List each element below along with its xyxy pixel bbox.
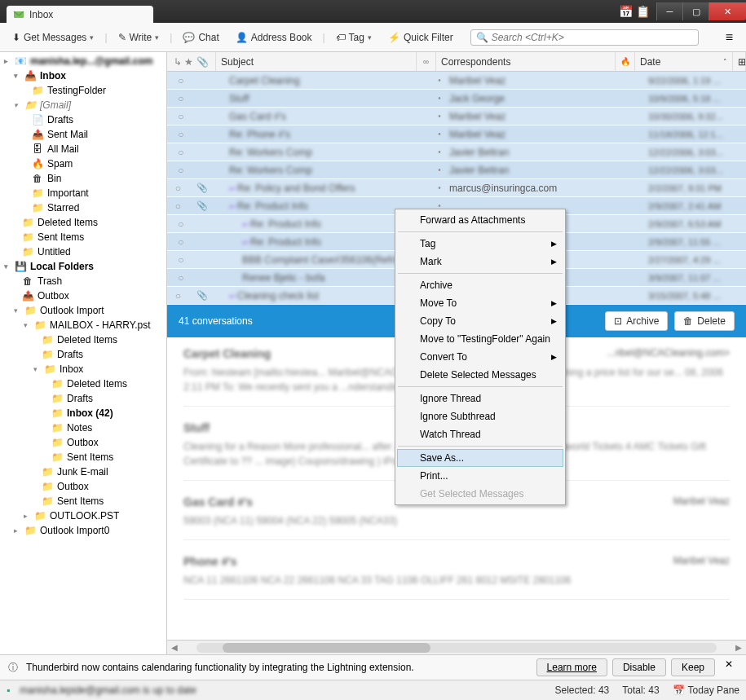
ctx-mark[interactable]: Mark▶ [397, 253, 563, 271]
disable-button[interactable]: Disable [612, 658, 666, 676]
window-tab[interactable]: Inbox [7, 6, 153, 23]
horizontal-scrollbar[interactable]: ◀ ▶ [167, 640, 746, 654]
write-button[interactable]: ✎ Write ▾ [113, 29, 166, 46]
ctx-save-as[interactable]: Save As... [397, 449, 563, 467]
ctx-move-to[interactable]: Move To▶ [397, 294, 563, 312]
drafts-icon: 📄 [31, 114, 44, 125]
filter-icon: ⚡ [388, 32, 400, 43]
folder-sent-items3[interactable]: 📁Sent Items [0, 494, 166, 508]
chat-button[interactable]: 💬 Chat [177, 29, 224, 46]
calendar-icon[interactable]: 📅 [619, 5, 633, 18]
message-row[interactable]: ○Stuff•Jack George10/9/2006, 5:18 ... [167, 90, 746, 108]
close-notification-icon[interactable]: ✕ [720, 658, 738, 676]
maximize-button[interactable]: ▢ [682, 2, 708, 20]
account-node[interactable]: ▸📧manisha.lep...@gmail.com [0, 54, 166, 68]
read-column[interactable]: ∞ [417, 52, 436, 71]
chevron-right-icon: ▶ [551, 317, 557, 325]
folder-gmail[interactable]: ▾📁[Gmail] [0, 98, 166, 112]
search-box[interactable]: 🔍 [470, 29, 699, 46]
close-button[interactable]: ✕ [708, 2, 746, 20]
scroll-right-icon[interactable]: ▶ [731, 643, 746, 652]
local-folders[interactable]: ▾💾Local Folders [0, 259, 166, 274]
column-picker[interactable]: ⊞ [733, 52, 746, 71]
subject-column[interactable]: Subject [216, 52, 417, 71]
chevron-right-icon: ▶ [551, 258, 557, 266]
ctx-ignore-thread[interactable]: Ignore Thread [397, 390, 563, 407]
scroll-thumb[interactable] [223, 643, 430, 653]
folder-outlook-import0[interactable]: ▸📁Outlook Import0 [0, 523, 166, 538]
tag-button[interactable]: 🏷 Tag ▾ [330, 29, 377, 46]
address-book-button[interactable]: 👤 Address Book [230, 29, 318, 46]
folder-testing[interactable]: 📁TestingFolder [0, 83, 166, 98]
ctx-print[interactable]: Print... [397, 467, 563, 485]
ctx-archive[interactable]: Archive [397, 276, 563, 294]
thread-column[interactable]: ↳★📎 [167, 52, 216, 71]
folder-inbox2[interactable]: ▾📁Inbox [0, 362, 166, 376]
folder-inbox42[interactable]: 📁Inbox (42) [0, 406, 166, 420]
folder-inbox[interactable]: ▾📥Inbox [0, 68, 166, 83]
delete-button[interactable]: 🗑Delete [674, 311, 735, 331]
folder-deleted-items3[interactable]: 📁Deleted Items [0, 376, 166, 391]
folder-tree: ▸📧manisha.lep...@gmail.com ▾📥Inbox 📁Test… [0, 52, 167, 654]
folder-outlook-import[interactable]: ▾📁Outlook Import [0, 303, 166, 318]
date-column[interactable]: Date˄ [635, 52, 733, 71]
message-row[interactable]: ○📎↩Re: Policy and Bond Offers•marcus@ins… [167, 179, 746, 197]
inbox-icon: 📥 [24, 70, 37, 81]
ctx-move-again[interactable]: Move to "TestingFolder" Again [397, 330, 563, 348]
folder-sent-items2[interactable]: 📁Sent Items [0, 450, 166, 464]
ctx-delete-selected[interactable]: Delete Selected Messages [397, 366, 563, 384]
correspondents-column[interactable]: Correspondents [436, 52, 616, 71]
folder-spam[interactable]: 🔥Spam [0, 156, 166, 171]
minimize-button[interactable]: ─ [656, 2, 682, 20]
search-icon: 🔍 [476, 32, 488, 43]
folder-starred[interactable]: 📁Starred [0, 200, 166, 215]
quick-filter-button[interactable]: ⚡ Quick Filter [382, 29, 459, 46]
folder-important[interactable]: 📁Important [0, 186, 166, 200]
folder-drafts[interactable]: 📄Drafts [0, 112, 166, 127]
app-menu-button[interactable]: ≡ [719, 27, 739, 48]
folder-sent-mail[interactable]: 📤Sent Mail [0, 127, 166, 142]
folder-icon: 📁 [41, 349, 54, 360]
folder-outbox3[interactable]: 📁Outbox [0, 479, 166, 494]
folder-notes[interactable]: 📁Notes [0, 420, 166, 435]
message-row[interactable]: ○Carpet Cleaning•Maribel Veaz9/22/2006, … [167, 72, 746, 90]
get-messages-button[interactable]: ⬇ Get Messages ▾ [7, 29, 99, 46]
scroll-left-icon[interactable]: ◀ [167, 643, 182, 652]
folder-all-mail[interactable]: 🗄All Mail [0, 142, 166, 156]
message-row[interactable]: ○Re: Workers Comp•Javier Beltran12/22/20… [167, 143, 746, 161]
message-row[interactable]: ○Gas Card #'s•Maribel Veaz10/30/2006, 9:… [167, 108, 746, 125]
archive-button[interactable]: ⊡Archive [605, 311, 668, 331]
folder-drafts3[interactable]: 📁Drafts [0, 391, 166, 406]
ctx-ignore-subthread[interactable]: Ignore Subthread [397, 407, 563, 425]
folder-icon: 📁 [41, 481, 54, 492]
preview-item[interactable]: Maribel Veaz Phone #'sNCA 11 2661106 NCA… [183, 555, 730, 600]
folder-junk[interactable]: 📁Junk E-mail [0, 464, 166, 479]
folder-outbox[interactable]: 📤Outbox [0, 288, 166, 303]
folder-drafts2[interactable]: 📁Drafts [0, 347, 166, 362]
folder-deleted-items[interactable]: 📁Deleted Items [0, 332, 166, 347]
folder-trash[interactable]: 🗑Trash [0, 274, 166, 288]
message-row[interactable]: ○Re: Phone #'s•Maribel Veaz11/18/2006, 1… [167, 125, 746, 143]
folder-icon: 📁 [41, 466, 54, 478]
ctx-copy-to[interactable]: Copy To▶ [397, 312, 563, 330]
folder-outlook-pst[interactable]: ▸📁OUTLOOK.PST [0, 508, 166, 523]
folder-mailbox-harry[interactable]: ▾📁MAILBOX - HARRY.pst [0, 318, 166, 332]
ctx-tag[interactable]: Tag▶ [397, 235, 563, 253]
search-input[interactable] [492, 32, 693, 43]
folder-untitled[interactable]: 📁Untitled [0, 244, 166, 259]
ctx-forward-attach[interactable]: Forward as Attachments [397, 211, 563, 229]
folder-outbox2[interactable]: 📁Outbox [0, 435, 166, 450]
folder-deleted[interactable]: 📁Deleted Items [0, 215, 166, 230]
folder-icon: 📁 [21, 246, 34, 258]
learn-more-button[interactable]: Learn more [536, 658, 607, 676]
message-row[interactable]: ○Re: Workers Comp•Javier Beltran12/22/20… [167, 161, 746, 179]
junk-column[interactable]: 🔥 [616, 52, 635, 71]
ctx-convert-to[interactable]: Convert To▶ [397, 348, 563, 366]
folder-bin[interactable]: 🗑Bin [0, 171, 166, 186]
tasks-icon[interactable]: 📋 [636, 5, 650, 18]
ctx-watch-thread[interactable]: Watch Thread [397, 425, 563, 443]
folder-sent-items[interactable]: 📁Sent Items [0, 230, 166, 244]
pencil-icon: ✎ [118, 32, 126, 43]
today-pane-button[interactable]: 📅Today Pane [673, 685, 739, 696]
keep-button[interactable]: Keep [671, 658, 715, 676]
